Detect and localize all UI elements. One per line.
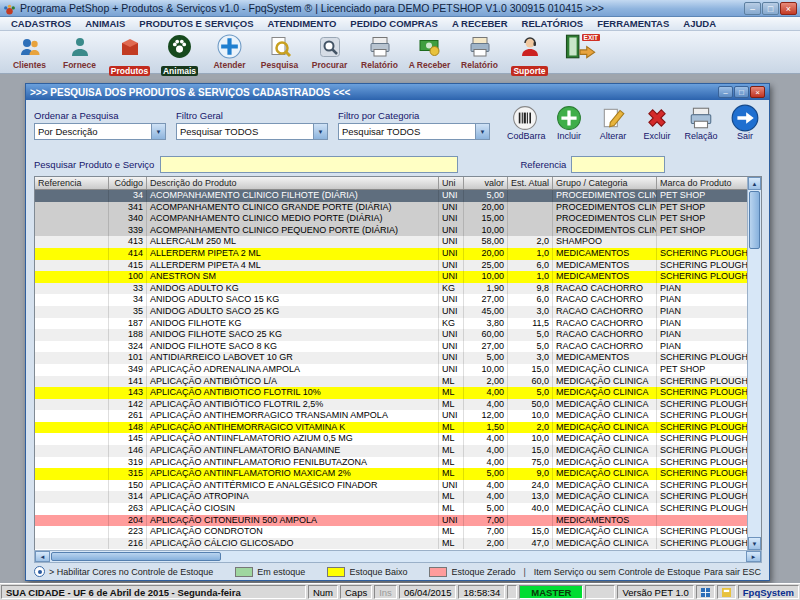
delete-button[interactable]: Excluir: [639, 104, 675, 141]
chevron-down-icon[interactable]: ▼: [151, 124, 165, 139]
table-row[interactable]: 187ANIDOG FILHOTE KGKG3,8011,5RACAO CACH…: [35, 318, 747, 330]
column-header[interactable]: Descrição do Produto: [147, 177, 439, 189]
product-search-input[interactable]: [160, 156, 458, 173]
menu-item[interactable]: ATENDIMENTO: [261, 18, 344, 29]
table-row[interactable]: 319APLICAÇÃO ANTIINFLAMATORIO FENILBUTAZ…: [35, 457, 747, 469]
action-label: Excluir: [639, 131, 675, 141]
table-row[interactable]: 141APLICAÇÃO ANTIBIÓTICO L/AML2,0060,0ME…: [35, 376, 747, 388]
scroll-down-icon[interactable]: ▼: [748, 537, 761, 550]
table-row[interactable]: 34ACOMPANHAMENTO CLINICO FILHOTE (DIÁRIA…: [35, 190, 747, 202]
maximize-button[interactable]: □: [762, 2, 779, 15]
category-filter-select[interactable]: Pesquisar TODOS ▼: [338, 123, 490, 140]
table-row[interactable]: 33ANIDOG ADULTO KGKG1,909,8RACAO CACHORR…: [35, 283, 747, 295]
table-row[interactable]: 223APLICAÇÃO CONDROTONML7,0015,0MEDICAÇÃ…: [35, 526, 747, 538]
toolbar-label: Relatório: [456, 60, 503, 70]
scroll-left-icon[interactable]: ◄: [35, 551, 50, 562]
color-toggle-radio[interactable]: [34, 566, 45, 577]
column-header[interactable]: Referencia: [35, 177, 109, 189]
dialog-close-button[interactable]: ×: [750, 86, 765, 98]
menu-item[interactable]: ANIMAIS: [78, 18, 132, 29]
vertical-scroll-thumb[interactable]: [749, 191, 760, 249]
toolbar-animais-button[interactable]: Animais: [156, 33, 203, 78]
menu-item[interactable]: A RECEBER: [445, 18, 515, 29]
table-row[interactable]: 35ANIDOG ADULTO SACO 25 KGUNI45,003,0RAC…: [35, 306, 747, 318]
table-row[interactable]: 261APLICAÇÃO ANTIHEMORRAGICO TRANSAMIN A…: [35, 410, 747, 422]
table-row[interactable]: 339ACOMPANHAMENTO CLINICO PEQUENO PORTE …: [35, 225, 747, 237]
toolbar-relatorio2-button[interactable]: Relatório: [456, 33, 503, 70]
menu-item[interactable]: RELATÓRIOS: [515, 18, 591, 29]
cell-desc: APLICAÇÃO ANTIBIOTICO FLOTRIL 10%: [147, 387, 439, 399]
report-button[interactable]: Relação: [683, 104, 719, 141]
table-row[interactable]: 413ALLERCALM 250 MLUNI58,002,0SHAMPOO: [35, 236, 747, 248]
toolbar-produtos-button[interactable]: Produtos: [106, 33, 153, 78]
close-button[interactable]: ×: [780, 2, 797, 15]
dialog-minimize-button[interactable]: –: [718, 86, 733, 98]
add-button[interactable]: Incluir: [551, 104, 587, 141]
toolbar-atender-button[interactable]: Atender: [206, 33, 253, 70]
table-row[interactable]: 414ALLERDERM PIPETA 2 MLUNI20,001,0MEDIC…: [35, 248, 747, 260]
table-row[interactable]: 34ANIDOG ADULTO SACO 15 KGUNI27,006,0RAC…: [35, 294, 747, 306]
table-row[interactable]: 188ANIDOG FILHOTE SACO 25 KGUNI60,005,0R…: [35, 329, 747, 341]
column-header[interactable]: Est. Atual: [508, 177, 553, 189]
menu-item[interactable]: AJUDA: [676, 18, 723, 29]
dialog-maximize-button[interactable]: □: [734, 86, 749, 98]
toolbar-relatorio-button[interactable]: Relatório: [356, 33, 403, 70]
table-row[interactable]: 100ANESTRON SMUNI10,001,0MEDICAMENTOSSCH…: [35, 271, 747, 283]
table-row[interactable]: 150APLICAÇÃO ANTITÉRMICO E ANALGÉSICO FI…: [35, 480, 747, 492]
toolbar-pesquisa-button[interactable]: Pesquisa: [256, 33, 303, 70]
toolbar-procurar-button[interactable]: Procurar: [306, 33, 353, 70]
minimize-button[interactable]: –: [744, 2, 761, 15]
table-row[interactable]: 341ACOMPANHAMENTO CLINICO GRANDE PORTE (…: [35, 202, 747, 214]
horizontal-scroll-thumb[interactable]: [51, 552, 221, 561]
table-row[interactable]: 415ALLERDERM PIPETA 4 MLUNI25,006,0MEDIC…: [35, 260, 747, 272]
table-row[interactable]: 314APLICAÇÃO ATROPINAML4,0013,0MEDICAÇÃO…: [35, 491, 747, 503]
table-row[interactable]: 340ACOMPANHAMENTO CLINICO MEDIO PORTE (D…: [35, 213, 747, 225]
toolbar-suporte-button[interactable]: Suporte: [506, 33, 553, 78]
column-header[interactable]: Código: [109, 177, 147, 189]
zero-stock-swatch: [429, 567, 447, 577]
toolbar-fornecedor-button[interactable]: Fornece: [56, 33, 103, 70]
general-filter-select[interactable]: Pesquisar TODOS ▼: [176, 123, 328, 140]
menu-item[interactable]: PRODUTOS E SERVIÇOS: [132, 18, 260, 29]
status-calc-icon: [717, 585, 736, 599]
table-row[interactable]: 216APLICAÇÃO CÁLCIO GLICOSADOML2,0047,0M…: [35, 538, 747, 550]
chevron-down-icon[interactable]: ▼: [313, 124, 327, 139]
scroll-right-icon[interactable]: ►: [746, 551, 761, 562]
menu-item[interactable]: FERRAMENTAS: [590, 18, 676, 29]
table-row[interactable]: 263APLICAÇÃO CIOSINML5,0040,0MEDICAÇÃO C…: [35, 503, 747, 515]
cell-cod: 263: [109, 503, 147, 515]
toolbar-clientes-button[interactable]: Clientes: [6, 33, 53, 70]
cell-ref: [35, 225, 109, 237]
table-row[interactable]: 101ANTIDIARREICO LABOVET 10 GRUNI5,003,0…: [35, 352, 747, 364]
toolbar-exit-button[interactable]: EXIT: [556, 33, 603, 60]
table-row[interactable]: 204APLICAÇÃO CITONEURIN 500 AMPOLAUNI7,0…: [35, 515, 747, 527]
column-header[interactable]: Uni: [439, 177, 464, 189]
toolbar-areceber-button[interactable]: A Receber: [406, 33, 453, 70]
menu-item[interactable]: PEDIDO COMPRAS: [343, 18, 445, 29]
table-row[interactable]: 315APLICAÇÃO ANTIINFLAMATORIO MAXICAM 2%…: [35, 468, 747, 480]
vertical-scrollbar[interactable]: ▲ ▼: [747, 177, 761, 550]
supplier-icon: [56, 33, 103, 60]
column-header[interactable]: valor: [464, 177, 508, 189]
table-row[interactable]: 145APLICAÇÃO ANTIINFLAMATORIO AZIUM 0,5 …: [35, 433, 747, 445]
column-header[interactable]: Marca do Produto: [657, 177, 747, 189]
order-filter-select[interactable]: Por Descrição ▼: [34, 123, 166, 140]
table-row[interactable]: 146APLICAÇÃO ANTIINFLAMATORIO BANAMINEML…: [35, 445, 747, 457]
cell-marca: SCHERING PLOUGH: [657, 445, 747, 457]
cell-marca: PET SHOP: [657, 202, 747, 214]
reference-input[interactable]: [571, 156, 665, 173]
menu-item[interactable]: CADASTROS: [4, 18, 78, 29]
barcode-button[interactable]: CodBarra: [507, 104, 543, 141]
horizontal-scrollbar[interactable]: ◄ ►: [34, 550, 762, 563]
exit-dialog-button[interactable]: Sair: [727, 104, 763, 141]
table-row[interactable]: 142APLICAÇÃO ANTIBIÓTICO FLOTRIL 2,5%ML4…: [35, 399, 747, 411]
cell-est: 24,0: [508, 480, 553, 492]
table-row[interactable]: 148APLICAÇÃO ANTIHEMORRAGICO VITAMINA KM…: [35, 422, 747, 434]
table-row[interactable]: 143APLICAÇÃO ANTIBIOTICO FLOTRIL 10%ML4,…: [35, 387, 747, 399]
scroll-up-icon[interactable]: ▲: [748, 177, 761, 190]
column-header[interactable]: Grupo / Categoria: [553, 177, 657, 189]
chevron-down-icon[interactable]: ▼: [475, 124, 489, 139]
table-row[interactable]: 349APLICAÇÃO ADRENALINA AMPOLAUNI10,0015…: [35, 364, 747, 376]
edit-button[interactable]: Alterar: [595, 104, 631, 141]
table-row[interactable]: 324ANIDOG FILHOTE SACO 8 KGUNI27,005,0RA…: [35, 341, 747, 353]
